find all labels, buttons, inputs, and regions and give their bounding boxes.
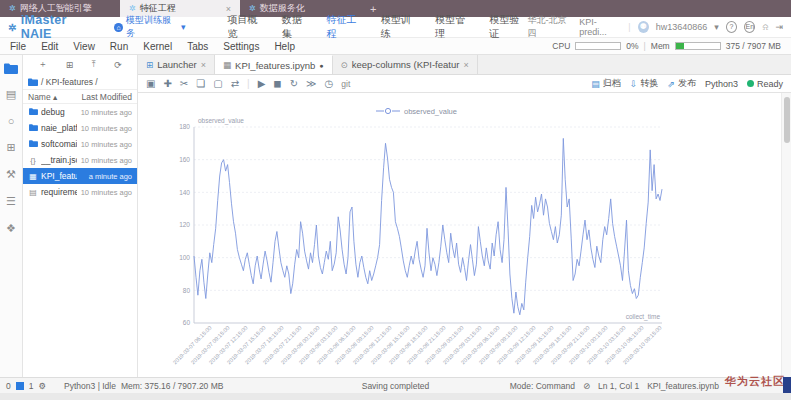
file-row-requirements[interactable]: ▤ requireme... 10 minutes ago xyxy=(23,184,137,200)
upload-icon[interactable]: ⤒ xyxy=(92,59,96,70)
menu-tabs[interactable]: Tabs xyxy=(187,41,208,52)
service-switcher[interactable]: ⌂ 模型训练服务 ▾ xyxy=(114,14,185,40)
gear-icon[interactable]: ⚙ xyxy=(38,381,46,391)
menu-settings[interactable]: Settings xyxy=(223,41,259,52)
insert-cell-icon[interactable]: ✚ xyxy=(163,78,171,89)
run-icon[interactable]: ▶ xyxy=(258,78,266,89)
file-name: debug xyxy=(41,107,77,117)
notebook-scrollbar[interactable] xyxy=(781,93,791,377)
swap-icon[interactable]: ⇄ xyxy=(231,78,239,89)
extensions-icon[interactable]: ❖ xyxy=(6,222,16,235)
git-label[interactable]: git xyxy=(341,79,350,89)
interrupt-icon[interactable]: ◼ xyxy=(273,78,281,89)
convert-button[interactable]: ⇩ 转换 xyxy=(630,77,659,90)
bell-icon[interactable]: ⍾ xyxy=(762,22,768,33)
avatar[interactable]: ⚉ xyxy=(638,21,649,33)
menu-file[interactable]: File xyxy=(10,41,26,52)
nav-feature-engineering[interactable]: 特征工程 xyxy=(327,13,365,41)
save-icon[interactable]: ▣ xyxy=(146,78,155,89)
nav-dataset[interactable]: 数据集 xyxy=(282,13,311,41)
file-row-naie-platfo[interactable]: naie_platfo 10 minutes ago xyxy=(23,120,137,136)
file-row-debug[interactable]: debug 10 minutes ago xyxy=(23,104,137,120)
nav-model-management[interactable]: 模型管理 xyxy=(435,13,473,41)
refresh-icon[interactable]: ⟳ xyxy=(114,60,122,70)
restart-icon[interactable]: ↻ xyxy=(290,78,298,89)
kernel-name[interactable]: Python3 xyxy=(705,79,738,89)
divider: | xyxy=(644,41,646,51)
terminals-count[interactable]: 0 xyxy=(6,381,11,391)
tab-kpi-features-notebook[interactable]: ▦ KPI_features.ipynb ● xyxy=(215,55,333,74)
nav-model-training[interactable]: 模型训练 xyxy=(381,13,419,41)
service-label: 模型训练服务 xyxy=(126,14,178,40)
convert-icon: ⇩ xyxy=(630,79,638,89)
cut-icon[interactable]: ✂ xyxy=(180,78,188,89)
file-row-kpi-features-selected[interactable]: ▦ KPI_featur... a minute ago xyxy=(23,168,137,184)
region-label[interactable]: 华北-北京四 xyxy=(528,14,573,40)
y-tick-label: 180 xyxy=(179,123,190,130)
service-icon: ⌂ xyxy=(114,23,123,32)
kernel-ready-dot-icon xyxy=(747,80,754,87)
nav-model-validation[interactable]: 模型验证 xyxy=(489,13,527,41)
file-name: naie_platfo xyxy=(41,123,77,133)
copy-icon[interactable]: ❏ xyxy=(196,78,205,89)
column-last-modified[interactable]: Last Modified xyxy=(76,92,132,102)
new-launcher-icon[interactable]: ＋ xyxy=(38,58,47,71)
running-sessions-icon[interactable]: ▤ xyxy=(6,88,16,101)
file-list-header: Name ▴ Last Modified xyxy=(23,89,137,104)
menu-help[interactable]: Help xyxy=(274,41,295,52)
logout-icon[interactable]: ⇥ xyxy=(775,22,783,32)
commands-icon[interactable]: ○ xyxy=(8,115,15,127)
sidebar-icon-rail: ▤ ○ ⊞ ⚒ ☰ ❖ xyxy=(0,55,23,377)
close-icon[interactable]: × xyxy=(463,60,468,70)
close-icon[interactable]: × xyxy=(201,60,206,70)
toc-icon[interactable]: ☰ xyxy=(6,195,16,208)
launcher-icon: ⊞ xyxy=(146,60,153,70)
username[interactable]: hw13640866 xyxy=(656,22,708,32)
kernel-state[interactable]: Python3 | Idle xyxy=(64,381,116,391)
language-icon[interactable]: En xyxy=(744,21,755,33)
project-label[interactable]: KPI-predi... xyxy=(579,17,621,37)
notification-toggle-icon[interactable]: ⊘ xyxy=(583,381,590,391)
property-inspector-icon[interactable]: ⚒ xyxy=(6,168,16,181)
file-row-softcomai[interactable]: softcomai 10 minutes ago xyxy=(23,136,137,152)
menu-kernel[interactable]: Kernel xyxy=(143,41,172,52)
mode-indicator[interactable]: Mode: Command xyxy=(510,381,575,391)
cursor-position[interactable]: Ln 1, Col 1 xyxy=(598,381,639,391)
status-message: Saving completed xyxy=(362,381,430,391)
new-folder-icon[interactable]: ⊞ xyxy=(66,60,74,70)
file-browser-icon[interactable] xyxy=(4,63,18,74)
tab-keep-columns[interactable]: ⊙ keep-columns (KPI-featur × xyxy=(333,55,478,74)
restart-run-all-icon[interactable]: ≫ xyxy=(306,78,316,89)
chart-legend[interactable]: observed_value xyxy=(376,107,457,116)
scrollbar-thumb[interactable] xyxy=(784,97,790,143)
archive-button[interactable]: ▤ 归档 xyxy=(591,77,621,90)
paste-icon[interactable]: ▢ xyxy=(213,78,222,89)
publish-button[interactable]: ⇗ 发布 xyxy=(667,77,696,90)
help-icon[interactable]: ? xyxy=(726,21,737,33)
divider: | xyxy=(247,78,250,89)
chevron-down-icon[interactable]: ▾ xyxy=(714,22,719,32)
menu-run[interactable]: Run xyxy=(110,41,128,52)
history-icon[interactable]: ◷ xyxy=(325,78,334,89)
observed-value-line[interactable] xyxy=(194,138,662,314)
divider: | xyxy=(628,22,630,32)
mem-value: 375 / 7907 MB xyxy=(726,41,781,51)
tab-launcher[interactable]: ⊞ Launcher × xyxy=(138,55,215,74)
nav-project-overview[interactable]: 项目概览 xyxy=(228,13,266,41)
cell-tools-icon[interactable]: ⊞ xyxy=(6,141,15,154)
close-tab-icon[interactable]: × xyxy=(226,4,231,14)
json-file-icon: {} xyxy=(28,156,38,165)
file-modified: 10 minutes ago xyxy=(80,124,132,133)
notebook-output-area: 60801001201401601802019-03-07 06:15:0020… xyxy=(138,93,791,377)
sort-caret-icon: ▴ xyxy=(53,92,57,102)
menu-edit[interactable]: Edit xyxy=(41,41,58,52)
breadcrumb[interactable]: / KPI-features / xyxy=(23,74,137,89)
kernels-count[interactable]: 1 xyxy=(29,381,34,391)
menu-view[interactable]: View xyxy=(73,41,95,52)
column-name[interactable]: Name ▴ xyxy=(28,92,76,102)
folder-icon xyxy=(28,124,38,133)
legend-label: observed_value xyxy=(404,107,457,116)
file-row-train-json[interactable]: {} __train.json 10 minutes ago xyxy=(23,152,137,168)
kernel-status-label: Ready xyxy=(757,79,783,89)
file-name: requireme... xyxy=(41,187,77,197)
